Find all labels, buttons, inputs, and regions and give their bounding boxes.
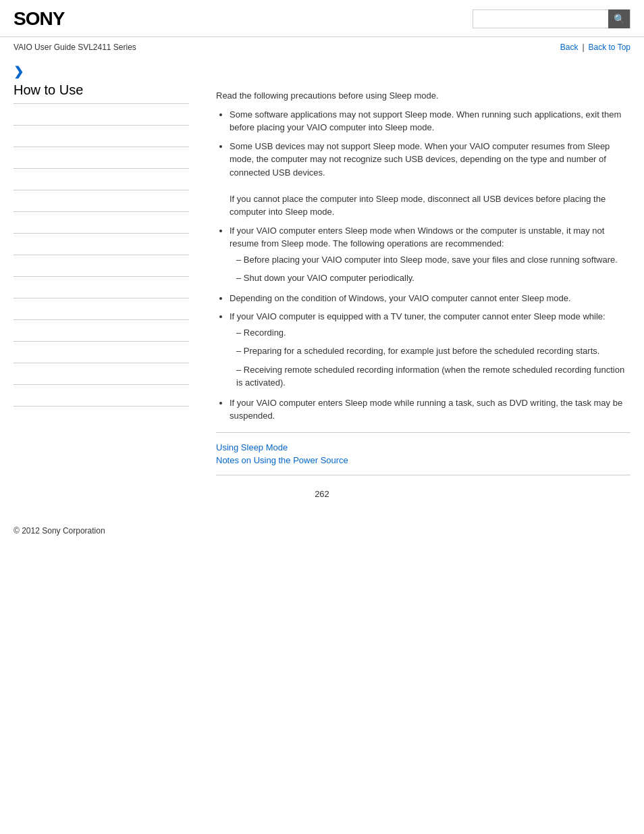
- content-intro: Read the following precautions before us…: [216, 89, 630, 103]
- sidebar-item[interactable]: [14, 147, 189, 169]
- sub-list-item: Recording.: [236, 326, 630, 340]
- list-item: Some software applications may not suppo…: [230, 108, 630, 134]
- nav-bar: VAIO User Guide SVL2411 Series Back | Ba…: [0, 37, 644, 57]
- search-icon: 🔍: [614, 14, 625, 24]
- bullet5-text: If your VAIO computer is equipped with a…: [230, 311, 606, 321]
- sidebar-item[interactable]: [14, 320, 189, 342]
- sub-list-item: Before placing your VAIO computer into S…: [236, 253, 630, 267]
- list-item: If your VAIO computer enters Sleep mode …: [230, 224, 630, 285]
- footer-divider: [216, 475, 630, 475]
- sidebar-item[interactable]: [14, 126, 189, 147]
- sidebar-item[interactable]: [14, 255, 189, 277]
- search-area: 🔍: [473, 9, 630, 28]
- sidebar-title: How to Use: [14, 82, 189, 104]
- sidebar-item[interactable]: [14, 104, 189, 126]
- sub-list-item: Preparing for a scheduled recording, for…: [236, 344, 630, 358]
- sub-list-item: Shut down your VAIO computer periodicall…: [236, 271, 630, 285]
- content-list: Some software applications may not suppo…: [216, 108, 630, 423]
- list-item: Some USB devices may not support Sleep m…: [230, 140, 630, 219]
- main-layout: How to Use Read the following precaution…: [0, 82, 644, 475]
- sub-list-item: Receiving remote scheduled recording inf…: [236, 363, 630, 390]
- list-item: If your VAIO computer enters Sleep mode …: [230, 396, 630, 423]
- nav-links: Back | Back to Top: [560, 43, 630, 52]
- bullet2-extra: If you cannot place the computer into Sl…: [230, 194, 606, 217]
- related-link-sleep-mode[interactable]: Using Sleep Mode: [216, 442, 630, 452]
- content-area: Read the following precautions before us…: [203, 82, 630, 475]
- sidebar-item[interactable]: [14, 363, 189, 385]
- chevron-right-icon: ❯: [14, 65, 24, 78]
- sub-list: Before placing your VAIO computer into S…: [230, 253, 630, 285]
- sidebar-item[interactable]: [14, 212, 189, 234]
- bullet3-text: If your VAIO computer enters Sleep mode …: [230, 226, 604, 249]
- bullet2-text: Some USB devices may not support Sleep m…: [230, 141, 610, 178]
- copyright: © 2012 Sony Corporation: [0, 513, 644, 549]
- nav-separator: |: [582, 43, 584, 52]
- back-to-top-link[interactable]: Back to Top: [589, 43, 630, 52]
- sidebar: How to Use: [14, 82, 203, 475]
- back-link[interactable]: Back: [560, 43, 579, 52]
- header: SONY 🔍: [0, 0, 644, 37]
- sidebar-item[interactable]: [14, 169, 189, 190]
- breadcrumb-arrow: ❯: [0, 57, 644, 82]
- sidebar-item[interactable]: [14, 234, 189, 255]
- sidebar-item[interactable]: [14, 190, 189, 212]
- sidebar-item[interactable]: [14, 342, 189, 363]
- guide-title: VAIO User Guide SVL2411 Series: [14, 43, 136, 52]
- list-item: If your VAIO computer is equipped with a…: [230, 310, 630, 390]
- sony-logo: SONY: [14, 8, 64, 30]
- list-item: Depending on the condition of Windows, y…: [230, 292, 630, 305]
- related-links: Using Sleep Mode Notes on Using the Powe…: [216, 432, 630, 465]
- sidebar-item[interactable]: [14, 385, 189, 407]
- related-link-power-source[interactable]: Notes on Using the Power Source: [216, 455, 630, 465]
- sidebar-item[interactable]: [14, 298, 189, 320]
- sub-list: Recording. Preparing for a scheduled rec…: [230, 326, 630, 390]
- search-input[interactable]: [473, 10, 608, 28]
- page-number: 262: [0, 475, 644, 513]
- sidebar-item[interactable]: [14, 277, 189, 298]
- search-button[interactable]: 🔍: [608, 9, 630, 28]
